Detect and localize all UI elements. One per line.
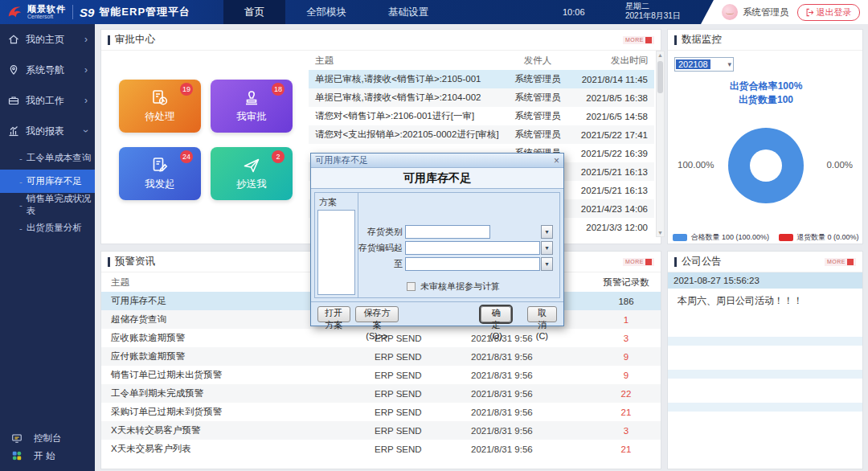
notice-content[interactable]: 本周六、周日公司活动！！！ [668,289,862,313]
legend-item-1: 退货数量 0 (0.00%) [779,232,859,243]
monitor-panel-title: 数据监控 [682,33,722,47]
legend-swatch [779,234,793,241]
compass-icon [7,63,20,76]
briefcase-icon [7,94,20,107]
top-header: 顺景软件 Centersoft S9 智能ERP管理平台 首页全部模块基础设置 … [0,0,868,24]
approval-subject: 请您对<支出报销单>:202105-0002进行[审核] [309,129,506,141]
period-select[interactable]: 202108 ▾ [674,57,734,72]
nav-tab-2[interactable]: 基础设置 [367,0,449,24]
lookup-button[interactable]: ▾ [541,241,553,255]
doc-clock-icon [150,88,170,108]
weekday: 星期二 [625,2,681,11]
alert-count: 9 [592,352,661,362]
save-scheme-button[interactable]: 保存方案(S)>> [355,306,399,322]
include-unaudited-checkbox[interactable] [407,282,416,291]
chart-icon [7,125,20,137]
alert-row-8[interactable]: X天未交易客户列表ERP SEND2021/8/31 9:5621 [101,440,661,458]
field-input-0[interactable] [405,225,490,239]
sidebar-subitem-3[interactable]: -出货质量分析 [0,216,95,240]
alert-time: 2021/8/31 9:56 [471,426,592,436]
legend-item-0: 合格数量 100 (100.00%) [673,232,769,243]
alert-row-7[interactable]: X天未转交易客户预警ERP SEND2021/8/31 9:563 [101,421,661,440]
title-accent [674,257,677,267]
approval-time: 2021/6/5 14:58 [570,112,654,121]
sidebar: 我的主页›系统导航›我的工作›我的报表›-工令单成本查询-可用库存不足-销售单完… [0,24,95,471]
dash-icon: - [19,177,23,186]
alert-row-6[interactable]: 采购订单已过期未到货预警ERP SEND2021/8/31 9:5621 [101,403,661,421]
alert-subject: 销售订单已过期未出货预警 [101,369,375,381]
alert-sender: ERP SEND [375,371,471,380]
approval-more-button[interactable]: MORE [623,36,654,44]
alert-row-3[interactable]: 应付账款逾期预警ERP SEND2021/8/31 9:569 [101,347,661,366]
lookup-button[interactable]: ▾ [541,257,553,271]
notice-timestamp: 2021-08-27 15:56:23 [668,272,862,289]
sidebar-subitem-2[interactable]: -销售单完成状况表 [0,193,95,216]
sidebar-item-label: 我的报表 [26,125,64,138]
alert-sender: ERP SEND [375,334,471,343]
scroll-up-icon[interactable]: ▲ [657,52,663,58]
approval-row-3[interactable]: 请您对<支出报销单>:202105-0002进行[审核]系统管理员2021/5/… [309,125,654,144]
title-accent [108,35,110,45]
approval-scrollbar[interactable]: ▲ ▼ [656,51,665,237]
approval-row-2[interactable]: 请您对<销售订单>:2106-001进行[一审]系统管理员2021/6/5 14… [309,107,654,125]
logo-divider [72,5,73,19]
approval-panel-title: 审批中心 [115,33,155,47]
sidebar-bottom: 控制台 开 始 [0,429,95,465]
alert-count: 186 [592,297,661,306]
approval-sender: 系统管理员 [506,92,570,104]
approval-tile-1[interactable]: 我审批18 [211,80,293,133]
alert-count: 21 [592,408,661,417]
nav-tab-0[interactable]: 首页 [223,0,285,24]
ship-qty-text: 出货数量100 [668,93,864,107]
clock: 10:06 [563,0,585,24]
scroll-thumb[interactable] [657,61,663,93]
approval-tile-3[interactable]: 抄送我2 [211,147,293,200]
approval-subject: 单据已审核,请接收<销售订单>:2104-002 [309,92,506,104]
open-scheme-button[interactable]: 打开方案 [317,306,350,322]
alert-row-4[interactable]: 销售订单已过期未出货预警ERP SEND2021/8/31 9:569 [101,366,661,384]
sidebar-item-1[interactable]: 系统导航› [0,55,95,85]
sidebar-item-2[interactable]: 我的工作› [0,85,95,116]
approval-row-1[interactable]: 单据已审核,请接收<销售订单>:2104-002系统管理员2021/8/5 16… [309,88,654,107]
close-icon[interactable]: × [554,156,559,166]
console-button[interactable]: 控制台 [0,429,95,447]
cancel-button[interactable]: 取消(C) [527,306,557,322]
field-input-1[interactable] [405,241,540,255]
alert-sender: ERP SEND [375,389,471,399]
field-input-2[interactable] [405,257,540,271]
dash-icon: - [19,200,23,210]
approval-row-0[interactable]: 单据已审核,请接收<销售订单>:2105-001系统管理员2021/8/14 1… [309,70,654,88]
sidebar-item-3[interactable]: 我的报表› [0,116,95,146]
nav-tab-1[interactable]: 全部模块 [285,0,367,24]
sidebar-subitem-1[interactable]: -可用库存不足 [0,170,95,193]
field-label: 存货编码起 [358,242,403,254]
alert-subject: 采购订单已过期未到货预警 [101,406,375,418]
alert-row-5[interactable]: 工令单到期未完成预警ERP SEND2021/8/31 9:5622 [101,384,661,403]
alert-count: 22 [592,389,661,399]
tile-label: 抄送我 [236,178,267,191]
more-icon [645,259,652,265]
user-avatar[interactable] [722,4,738,20]
logout-button[interactable]: 退出登录 [797,4,860,21]
field-row-2: 至▾ [358,257,559,271]
sidebar-item-0[interactable]: 我的主页› [0,24,95,55]
approval-sender: 系统管理员 [506,129,570,141]
scroll-down-icon[interactable]: ▼ [657,230,663,236]
col-sender-header: 发件人 [506,55,570,67]
logo-zone: 顺景软件 Centersoft S9 智能ERP管理平台 [0,0,217,24]
logout-label: 退出登录 [817,6,852,18]
field-label: 存货类别 [367,226,403,238]
lookup-button[interactable]: ▾ [541,225,553,239]
ok-button[interactable]: 确定(O) [481,306,510,322]
sidebar-subitem-0[interactable]: -工令单成本查询 [0,146,95,170]
alert-count: 3 [592,426,661,436]
centersoft-logo-icon [6,3,24,21]
start-button[interactable]: 开 始 [0,447,95,465]
notice-more-button[interactable]: MORE [825,258,856,266]
alert-subject: X天未转交易客户预警 [101,424,375,436]
scheme-listbox[interactable] [317,210,355,295]
approval-tile-2[interactable]: 我发起24 [119,147,201,200]
field-row-0: 存货类别▾ [358,225,559,239]
approval-tile-0[interactable]: 待处理19 [119,80,201,133]
alerts-more-button[interactable]: MORE [623,258,654,266]
